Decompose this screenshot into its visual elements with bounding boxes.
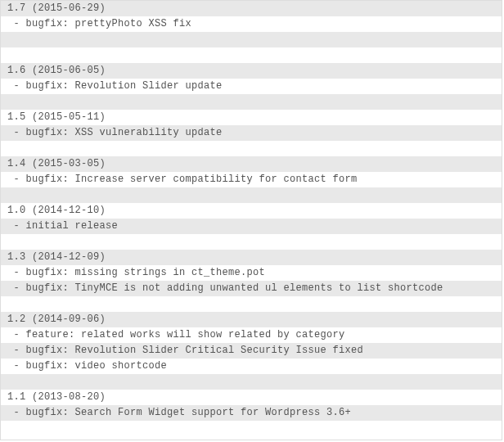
changelog-line bbox=[1, 32, 502, 47]
changelog-line: - feature: related works will show relat… bbox=[1, 327, 502, 343]
changelog-line bbox=[1, 374, 502, 390]
changelog-line: 1.7 (2015-06-29) bbox=[1, 1, 502, 16]
changelog-line: - bugfix: missing strings in ct_theme.po… bbox=[1, 265, 502, 281]
changelog-line: 1.4 (2015-03-05) bbox=[1, 156, 502, 172]
changelog-line bbox=[1, 94, 502, 110]
changelog-line bbox=[1, 296, 502, 312]
changelog-line: 1.2 (2014-09-06) bbox=[1, 312, 502, 327]
changelog-line: 1.3 (2014-12-09) bbox=[1, 250, 502, 265]
changelog-line: - bugfix: prettyPhoto XSS fix bbox=[1, 16, 502, 32]
changelog-container: 1.7 (2015-06-29) - bugfix: prettyPhoto X… bbox=[0, 0, 502, 440]
changelog-line: - bugfix: Revolution Slider update bbox=[1, 79, 502, 94]
changelog-line: - bugfix: XSS vulnerability update bbox=[1, 125, 502, 141]
changelog-line: - bugfix: Increase server compatibility … bbox=[1, 172, 502, 187]
changelog-line: - bugfix: video shortcode bbox=[1, 359, 502, 374]
changelog-line bbox=[1, 47, 502, 63]
changelog-line bbox=[1, 187, 502, 203]
changelog-line: 1.5 (2015-05-11) bbox=[1, 110, 502, 125]
changelog-line bbox=[1, 234, 502, 250]
changelog-line: - bugfix: Revolution Slider Critical Sec… bbox=[1, 343, 502, 359]
changelog-line: 1.6 (2015-06-05) bbox=[1, 63, 502, 79]
changelog-line: 1.1 (2013-08-20) bbox=[1, 390, 502, 405]
changelog-line bbox=[1, 141, 502, 156]
changelog-line: 1.0 (2014-12-10) bbox=[1, 203, 502, 219]
changelog-line: - bugfix: Search Form Widget support for… bbox=[1, 405, 502, 421]
changelog-line: - bugfix: TinyMCE is not adding unwanted… bbox=[1, 281, 502, 296]
changelog-line: - initial release bbox=[1, 219, 502, 234]
